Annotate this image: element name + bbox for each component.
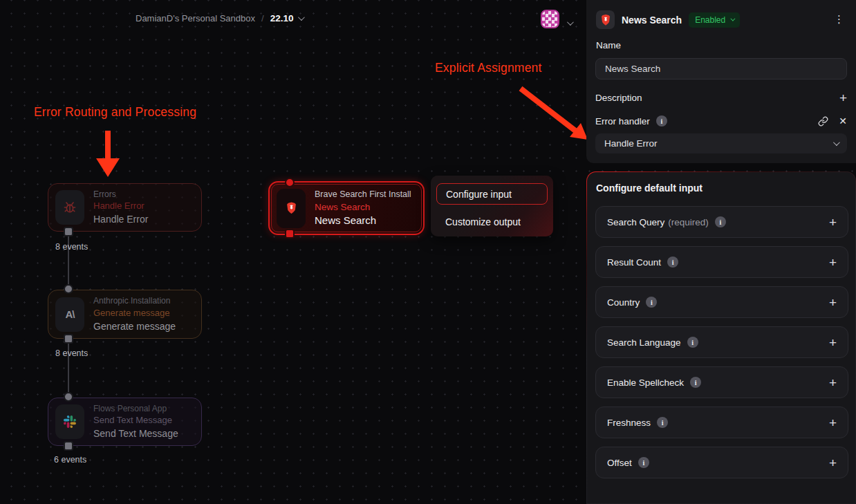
field-row-search-query[interactable]: Search Query (required) i + bbox=[595, 206, 848, 238]
add-value-button[interactable]: + bbox=[829, 216, 837, 229]
slack-icon bbox=[55, 404, 84, 439]
annotation-explicit-assignment: Explicit Assignment bbox=[435, 61, 542, 75]
field-row-country[interactable]: Country i + bbox=[595, 286, 848, 318]
input-handle[interactable] bbox=[64, 392, 73, 402]
field-label: Search Language bbox=[607, 337, 681, 348]
field-row-search-language[interactable]: Search Language i + bbox=[595, 326, 848, 358]
output-handle[interactable] bbox=[64, 334, 73, 344]
node-app-label: Flows Personal App bbox=[93, 404, 178, 415]
node-action-label: Generate message bbox=[93, 308, 176, 319]
required-label: (required) bbox=[668, 217, 709, 227]
menu-item-customize-output[interactable]: Customize output bbox=[445, 216, 521, 227]
info-icon[interactable]: i bbox=[667, 256, 678, 268]
brave-icon bbox=[277, 189, 306, 228]
status-label: Enabled bbox=[695, 15, 725, 25]
page-title: News Search bbox=[622, 15, 682, 26]
node-app-label: Brave Search First Install bbox=[315, 189, 411, 200]
node-name-label: Send Text Message bbox=[93, 427, 178, 440]
node-name-label: News Search bbox=[315, 214, 411, 227]
field-label: Search Query bbox=[607, 217, 664, 227]
menu-item-configure-input[interactable]: Configure input bbox=[436, 183, 548, 205]
add-value-button[interactable]: + bbox=[829, 256, 837, 269]
node-settings-panel: News Search Enabled ⋮ Name News Search D… bbox=[586, 0, 856, 163]
info-icon[interactable]: i bbox=[638, 457, 649, 468]
node-name-label: Generate message bbox=[93, 320, 176, 333]
breadcrumb: DamianD's Personal Sandbox / 22.10 bbox=[136, 13, 303, 24]
node-app-label: Anthropic Installation bbox=[93, 296, 176, 307]
field-label: Enable Spellcheck bbox=[607, 377, 684, 388]
node-action-label: Handle Error bbox=[93, 200, 148, 212]
field-row-enable-spellcheck[interactable]: Enable Spellcheck i + bbox=[595, 366, 848, 398]
annotation-error-routing: Error Routing and Processing bbox=[34, 105, 196, 120]
node-news-search-selected[interactable]: Brave Search First Install News Search N… bbox=[268, 181, 425, 235]
chevron-down-icon bbox=[298, 14, 305, 21]
field-row-offset[interactable]: Offset i + bbox=[595, 447, 848, 478]
chevron-down-icon bbox=[731, 17, 736, 21]
node-name-label: Handle Error bbox=[93, 213, 148, 225]
node-context-menu: Configure input Customize output bbox=[431, 176, 553, 236]
info-icon[interactable]: i bbox=[715, 216, 726, 227]
node-generate-message[interactable]: A\ Anthropic Installation Generate messa… bbox=[48, 290, 202, 339]
input-handle[interactable] bbox=[64, 284, 73, 294]
add-description-button[interactable]: + bbox=[839, 91, 847, 104]
workspace-name[interactable]: DamianD's Personal Sandbox bbox=[136, 13, 255, 24]
input-handle[interactable] bbox=[285, 178, 295, 187]
avatar-chevron-down-icon[interactable] bbox=[567, 16, 572, 28]
node-app-label: Errors bbox=[93, 189, 148, 200]
close-icon[interactable]: ✕ bbox=[839, 115, 847, 127]
output-handle[interactable] bbox=[64, 227, 73, 236]
bug-icon bbox=[55, 190, 84, 225]
add-value-button[interactable]: + bbox=[829, 376, 837, 389]
description-label: Description bbox=[595, 93, 642, 103]
chevron-down-icon bbox=[833, 139, 840, 146]
add-value-button[interactable]: + bbox=[829, 336, 837, 349]
name-input[interactable]: News Search bbox=[595, 58, 847, 80]
field-label: Offset bbox=[607, 458, 632, 468]
version-dropdown[interactable]: 22.10 bbox=[270, 13, 304, 24]
info-icon[interactable]: i bbox=[646, 297, 657, 308]
error-handler-label: Error handler bbox=[595, 116, 650, 127]
info-icon[interactable]: i bbox=[657, 417, 668, 428]
breadcrumb-separator: / bbox=[261, 13, 264, 24]
version-label: 22.10 bbox=[270, 13, 294, 24]
events-count: 8 events bbox=[55, 348, 88, 358]
field-label: Freshness bbox=[607, 418, 651, 428]
field-row-freshness[interactable]: Freshness i + bbox=[595, 407, 848, 438]
events-count: 8 events bbox=[55, 242, 88, 252]
info-icon[interactable]: i bbox=[690, 377, 701, 388]
error-handler-value: Handle Error bbox=[604, 138, 658, 149]
output-handle[interactable] bbox=[64, 441, 73, 451]
field-row-result-count[interactable]: Result Count i + bbox=[595, 246, 848, 278]
link-icon[interactable] bbox=[818, 116, 828, 127]
node-action-label: News Search bbox=[315, 201, 411, 214]
anthropic-icon: A\ bbox=[55, 297, 84, 332]
configure-input-title: Configure default input bbox=[596, 183, 703, 194]
avatar[interactable] bbox=[541, 10, 559, 28]
status-badge[interactable]: Enabled bbox=[689, 12, 740, 28]
name-label: Name bbox=[596, 40, 621, 50]
field-label: Country bbox=[607, 297, 640, 308]
add-value-button[interactable]: + bbox=[829, 416, 837, 429]
node-send-text-message[interactable]: Flows Personal App Send Text Message Sen… bbox=[48, 398, 202, 446]
kebab-menu-icon[interactable]: ⋮ bbox=[834, 14, 844, 24]
brave-icon bbox=[596, 10, 615, 29]
events-count: 6 events bbox=[54, 455, 86, 465]
info-icon[interactable]: i bbox=[687, 337, 698, 348]
node-handle-error[interactable]: Errors Handle Error Handle Error bbox=[48, 183, 202, 232]
output-handle[interactable] bbox=[285, 229, 295, 239]
error-handler-select[interactable]: Handle Error bbox=[595, 133, 847, 153]
node-action-label: Send Text Message bbox=[93, 415, 178, 427]
field-label: Result Count bbox=[607, 257, 661, 268]
info-icon[interactable]: i bbox=[656, 115, 667, 127]
add-value-button[interactable]: + bbox=[829, 296, 837, 309]
configure-input-panel: Configure default input Search Query (re… bbox=[586, 171, 856, 504]
add-value-button[interactable]: + bbox=[829, 456, 837, 469]
